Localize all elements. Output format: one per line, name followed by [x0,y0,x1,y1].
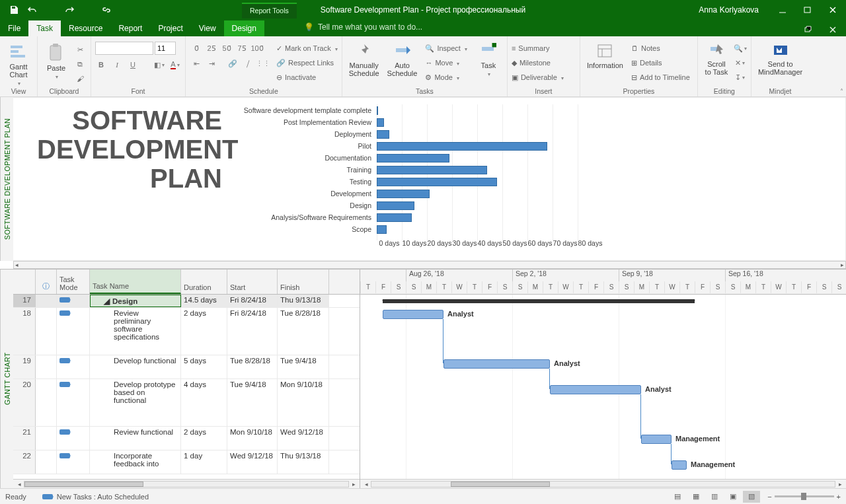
mode-cell[interactable] [57,379,90,426]
summary-bar[interactable] [383,299,695,303]
scroll-right-icon[interactable]: ▸ [841,262,844,268]
header-task-name[interactable]: Task Name [90,270,181,294]
link-icon[interactable] [99,3,114,17]
pct75-icon[interactable]: 75̄ [235,42,249,55]
restore-down-button[interactable] [800,23,816,36]
info-cell[interactable] [36,379,57,426]
row-number[interactable]: 21 [13,427,36,450]
cut-icon[interactable]: ✂ [73,43,87,56]
minimize-button[interactable] [775,3,790,17]
info-cell[interactable] [36,450,57,474]
tab-view[interactable]: View [191,20,224,36]
row-number[interactable]: 18 [13,308,36,355]
milestone-button[interactable]: ◆Milestone [512,56,576,69]
report-hscroll[interactable]: ◂ ▸ [13,261,846,269]
copy-icon[interactable]: ⧉ [73,57,87,71]
gantt-body[interactable]: AnalystAnalystAnalystManagementManagemen… [360,295,846,479]
tell-me-search[interactable]: 💡 Tell me what you want to do... [304,22,422,32]
inspect-button[interactable]: 🔍Inspect [425,42,467,55]
font-name-input[interactable] [95,42,153,55]
scroll-to-task-button[interactable]: Scroll to Task [702,42,731,77]
add-timeline-button[interactable]: ⊟Add to Timeline [631,71,690,84]
start-cell[interactable]: Tue 9/4/18 [227,379,278,426]
vtab-gantt[interactable]: GANTT CHART [0,270,13,488]
deliverable-button[interactable]: ▣Deliverable [512,71,576,84]
italic-icon[interactable]: I [111,59,123,71]
summary-button[interactable]: ≡Summary [512,42,576,55]
duration-cell[interactable]: 2 days [181,308,227,355]
clear-icon[interactable]: ✕ [734,56,747,69]
tab-report[interactable]: Report [110,20,150,36]
zoom-in-icon[interactable]: + [837,493,841,501]
pct50-icon[interactable]: 50̄ [220,42,233,55]
fill-icon[interactable]: ↧ [734,71,747,84]
paste-button[interactable]: Paste [42,42,71,81]
find-icon[interactable]: 🔍 [734,42,747,55]
mode-button[interactable]: ⚙Mode [425,71,467,84]
mode-cell[interactable] [57,450,90,474]
finish-cell[interactable]: Thu 9/13/18 [278,450,329,474]
auto-schedule-button[interactable]: Auto Schedule [385,42,420,79]
close-document-button[interactable] [825,23,841,36]
tab-resource[interactable]: Resource [61,20,110,36]
task-name-cell[interactable]: Review functional [90,427,181,450]
pct100-icon[interactable]: 100̄ [250,42,264,55]
outdent-icon[interactable]: ⇤ [190,57,203,70]
undo-icon[interactable] [25,3,40,17]
manually-schedule-button[interactable]: Manually Schedule [346,42,382,79]
view-btn-2[interactable]: ▦ [687,491,705,503]
row-number[interactable]: 19 [13,355,36,378]
scroll-left-icon[interactable]: ◂ [15,481,24,487]
font-color-icon[interactable]: A [169,59,181,71]
scroll-right-icon[interactable]: ▸ [835,481,845,487]
start-cell[interactable]: Fri 8/24/18 [227,308,278,355]
status-new-tasks[interactable]: New Tasks : Auto Scheduled [57,493,149,501]
view-btn-4[interactable]: ▣ [724,491,742,503]
row-number[interactable]: 20 [13,379,36,426]
duration-cell[interactable]: 4 days [181,379,227,426]
scroll-left-icon[interactable]: ◂ [15,262,19,268]
info-header-icon[interactable]: ⓘ [42,281,50,291]
start-cell[interactable]: Mon 9/10/18 [227,427,278,450]
duration-cell[interactable]: 14.5 days [181,295,227,307]
font-size-input[interactable] [155,42,176,55]
view-btn-1[interactable]: ▤ [669,491,686,503]
tab-design[interactable]: Design [224,20,264,36]
notes-button[interactable]: 🗒Notes [631,42,690,55]
mode-cell[interactable] [57,308,90,355]
finish-cell[interactable]: Wed 9/12/18 [278,427,329,450]
task-name-cell[interactable]: ◢Design [90,295,181,307]
header-task-mode[interactable]: Task Mode [57,270,90,294]
fill-color-icon[interactable]: ◧ [153,59,165,71]
finish-cell[interactable]: Mon 9/10/18 [278,379,329,426]
start-cell[interactable]: Fri 8/24/18 [227,295,278,307]
zoom-slider[interactable]: − + [767,493,841,501]
duration-cell[interactable]: 2 days [181,427,227,450]
indent-icon[interactable]: ⇥ [205,57,218,70]
pct0-icon[interactable]: 0̄ [190,42,203,55]
task-bar[interactable] [672,460,687,470]
collapse-icon[interactable]: ◢ [104,297,110,305]
undo-dropdown[interactable] [44,3,58,17]
tab-project[interactable]: Project [150,20,190,36]
task-bar[interactable] [641,435,672,444]
view-btn-5[interactable]: ▧ [743,491,760,503]
task-name-cell[interactable]: Develop functional [90,355,181,378]
task-name-cell[interactable]: Review preliminary software specificatio… [90,308,181,355]
task-name-cell[interactable]: Incorporate feedback into [90,450,181,474]
gantt-hscroll[interactable]: ◂ ▸ [360,479,846,488]
scroll-left-icon[interactable]: ◂ [362,481,371,487]
duration-cell[interactable]: 5 days [181,355,227,378]
zoom-out-icon[interactable]: − [767,493,771,501]
mark-on-track-button[interactable]: ✓Mark on Track [276,42,338,55]
task-button[interactable]: Task [474,42,503,79]
header-finish[interactable]: Finish [278,270,329,294]
duration-cell[interactable]: 1 day [181,450,227,474]
header-start[interactable]: Start [227,270,278,294]
row-number[interactable]: 17 [13,295,36,307]
pct25-icon[interactable]: 25̄ [205,42,218,55]
row-number[interactable]: 22 [13,450,36,474]
finish-cell[interactable]: Tue 8/28/18 [278,308,329,355]
underline-icon[interactable]: U [127,59,139,71]
start-cell[interactable]: Tue 8/28/18 [227,355,278,378]
